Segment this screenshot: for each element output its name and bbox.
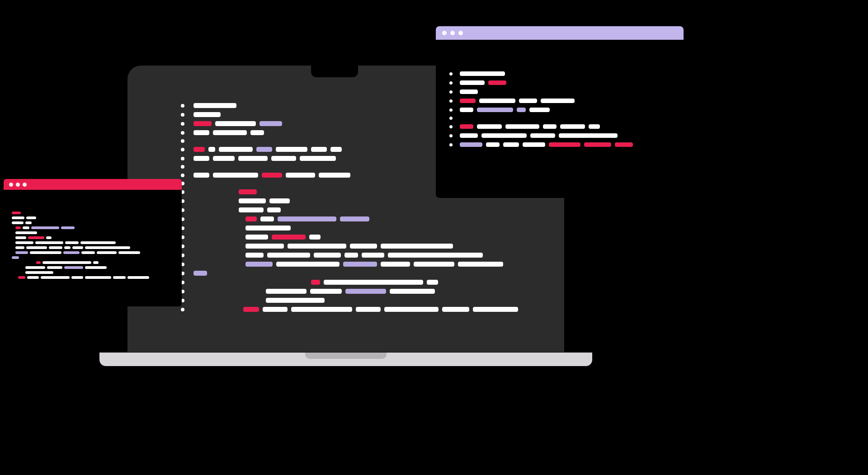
code-token: [193, 121, 212, 126]
code-token: [390, 289, 435, 294]
code-token: [12, 256, 19, 259]
code-token: [269, 198, 290, 203]
code-token: [27, 276, 39, 279]
code-token: [26, 246, 47, 249]
line-bullet-icon: [449, 99, 453, 103]
code-line: [12, 231, 175, 234]
code-token: [381, 262, 410, 267]
code-token: [245, 235, 268, 240]
line-bullet-icon: [181, 174, 184, 177]
code-token: [473, 307, 518, 312]
line-bullet-icon: [181, 131, 184, 135]
code-token: [245, 216, 257, 221]
code-token: [256, 147, 272, 152]
code-line: [12, 212, 175, 214]
code-token: [560, 124, 585, 129]
code-token: [262, 173, 282, 178]
code-token: [46, 236, 52, 239]
code-token: [245, 262, 273, 267]
code-token: [65, 241, 79, 244]
line-bullet-icon: [449, 108, 453, 112]
code-token: [523, 142, 545, 147]
code-line: [449, 124, 670, 129]
code-token: [460, 142, 482, 147]
line-bullet-icon: [449, 134, 453, 137]
code-token: [15, 236, 26, 239]
code-token: [314, 253, 341, 258]
code-token: [49, 246, 62, 249]
code-line: [12, 226, 175, 229]
code-line: [181, 298, 552, 303]
code-token: [85, 266, 107, 269]
code-token: [286, 173, 315, 178]
window-control-icon: [450, 31, 455, 35]
code-token: [127, 276, 149, 279]
code-token: [18, 276, 25, 279]
code-token: [267, 253, 310, 258]
code-token: [460, 108, 473, 112]
laptop-notch: [311, 66, 358, 77]
left-window-titlebar: [4, 179, 182, 190]
code-token: [71, 276, 83, 279]
code-token: [300, 156, 336, 161]
code-token: [193, 271, 207, 276]
right-window-titlebar: [436, 26, 684, 40]
code-token: [12, 216, 24, 219]
code-line: [12, 256, 175, 259]
code-token: [486, 142, 500, 147]
code-token: [276, 147, 307, 152]
code-token: [85, 246, 130, 249]
code-line: [449, 133, 670, 138]
code-token: [208, 147, 215, 152]
code-token: [259, 121, 282, 126]
right-code-window: [436, 26, 684, 198]
line-bullet-icon: [181, 139, 184, 143]
code-token: [35, 241, 63, 244]
code-line: [12, 276, 175, 279]
code-token: [481, 133, 527, 138]
line-bullet-icon: [181, 122, 184, 126]
line-bullet-icon: [449, 117, 453, 120]
code-token: [488, 80, 506, 85]
code-line: [12, 241, 175, 244]
code-token: [113, 276, 126, 279]
code-token: [350, 244, 377, 249]
code-line: [12, 216, 175, 219]
code-token: [25, 271, 53, 274]
code-line: [181, 253, 552, 258]
line-bullet-icon: [449, 81, 453, 85]
code-token: [31, 226, 59, 229]
code-token: [64, 266, 83, 269]
code-token: [93, 261, 99, 264]
code-line: [12, 221, 175, 224]
code-token: [460, 124, 473, 129]
code-token: [245, 244, 284, 249]
code-line: [12, 266, 175, 269]
code-token: [213, 130, 247, 135]
code-token: [460, 89, 478, 94]
code-line: [449, 99, 670, 103]
code-token: [276, 262, 340, 267]
code-token: [541, 99, 575, 103]
code-token: [41, 276, 70, 279]
code-token: [311, 280, 320, 285]
code-token: [12, 212, 21, 214]
code-token: [25, 266, 45, 269]
code-token: [460, 133, 478, 138]
right-code-area: [436, 40, 684, 160]
code-token: [15, 231, 37, 234]
code-token: [25, 221, 32, 224]
code-token: [460, 99, 476, 103]
code-token: [477, 108, 513, 112]
line-bullet-icon: [181, 308, 184, 311]
code-token: [193, 130, 209, 135]
code-token: [267, 207, 281, 212]
code-token: [343, 262, 377, 267]
code-token: [30, 251, 61, 254]
code-token: [15, 251, 28, 254]
code-token: [193, 112, 221, 117]
code-token: [311, 147, 327, 152]
code-token: [15, 241, 33, 244]
code-token: [362, 253, 384, 258]
code-line: [449, 89, 670, 94]
